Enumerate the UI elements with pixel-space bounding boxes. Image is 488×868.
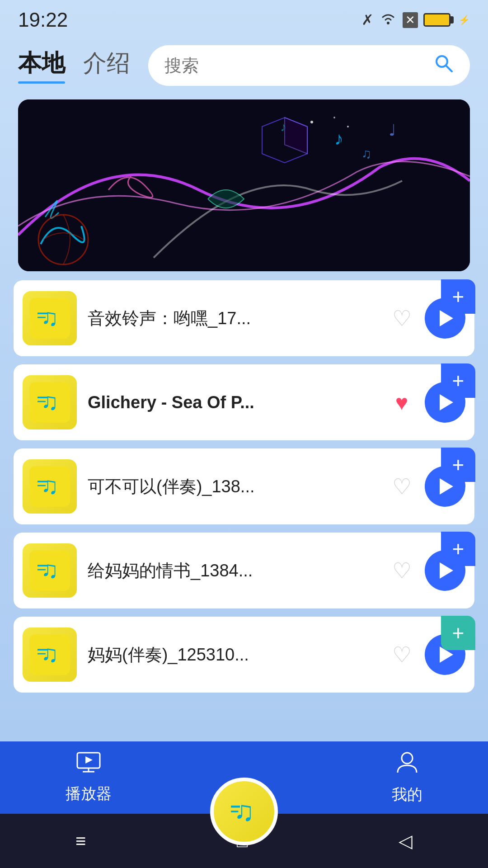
nav-player[interactable]: 播放器 (38, 746, 139, 809)
song-title-3: 可不可以(伴奏)_138... (77, 475, 386, 498)
menu-icon[interactable]: ≡ (75, 831, 86, 851)
bluetooth-icon: ✗ (361, 11, 374, 28)
song-title-4: 给妈妈的情书_1384... (77, 559, 386, 582)
status-time: 19:22 (18, 9, 68, 31)
svg-text:♩: ♩ (389, 121, 396, 139)
song-item-5: + ♫ 妈妈(伴奏)_125310... ♡ (14, 617, 474, 693)
nav-player-label: 播放器 (66, 783, 112, 804)
song-thumbnail-2: ♫ (23, 375, 77, 429)
add-button-5[interactable]: + (441, 616, 475, 650)
add-button-4[interactable]: + (441, 532, 475, 566)
song-item: + ♫ 音效铃声：哟嘿_17... ♡ (14, 280, 474, 356)
header: 本地 介绍 (0, 36, 488, 86)
svg-marker-37 (85, 756, 93, 764)
svg-point-0 (387, 22, 389, 24)
nav-mine-label: 我的 (392, 784, 422, 805)
song-thumbnail-1: ♫ (23, 291, 77, 345)
svg-point-13 (347, 126, 349, 127)
add-button-1[interactable]: + (441, 279, 475, 314)
like-button-3[interactable]: ♡ (386, 471, 418, 502)
song-thumbnail-4: ♫ (23, 543, 77, 598)
x-icon: ✕ (403, 12, 418, 28)
search-bar[interactable] (148, 45, 470, 86)
song-thumbnail-5: ♫ (23, 627, 77, 682)
like-button-5[interactable]: ♡ (386, 639, 418, 670)
like-button-4[interactable]: ♡ (386, 555, 418, 586)
song-thumbnail-3: ♫ (23, 459, 77, 514)
wifi-icon (379, 11, 397, 29)
song-item-4: + ♫ 给妈妈的情书_1384... ♡ (14, 533, 474, 609)
nav-center-button[interactable]: ♫ (210, 778, 278, 845)
svg-point-11 (310, 121, 313, 123)
like-button-2[interactable]: ♥ (386, 387, 418, 418)
back-icon[interactable]: ◁ (399, 830, 413, 851)
song-title-2: Glichery - Sea Of P... (77, 393, 386, 412)
song-list: + ♫ 音效铃声：哟嘿_17... ♡ + ♫ (0, 280, 488, 693)
status-bar: 19:22 ✗ ✕ ⚡ (0, 0, 488, 36)
add-button-2[interactable]: + (441, 363, 475, 398)
svg-point-38 (402, 753, 413, 764)
song-title-5: 妈妈(伴奏)_125310... (77, 643, 386, 666)
tab-local[interactable]: 本地 (18, 47, 65, 84)
search-icon[interactable] (434, 53, 454, 78)
search-input[interactable] (164, 56, 425, 75)
song-item-2: + ♫ Glichery - Sea Of P... ♥ (14, 364, 474, 440)
svg-text:♫: ♫ (361, 146, 372, 161)
banner: ♪ ♫ ♩ ♪ (18, 99, 470, 271)
tab-intro[interactable]: 介绍 (83, 47, 130, 84)
user-icon (395, 750, 419, 780)
svg-point-12 (333, 117, 335, 118)
nav-mine[interactable]: 我的 (365, 745, 450, 810)
song-item-3: + ♫ 可不可以(伴奏)_138... ♡ (14, 448, 474, 524)
add-button-3[interactable]: + (441, 448, 475, 482)
battery-icon (423, 13, 450, 27)
svg-text:♪: ♪ (334, 128, 343, 148)
like-button-1[interactable]: ♡ (386, 302, 418, 334)
svg-line-2 (446, 66, 452, 71)
status-icons: ✗ ✕ ⚡ (361, 11, 470, 29)
song-title-1: 音效铃声：哟嘿_17... (77, 307, 386, 330)
bolt-icon: ⚡ (459, 14, 470, 25)
tv-icon (75, 751, 102, 779)
